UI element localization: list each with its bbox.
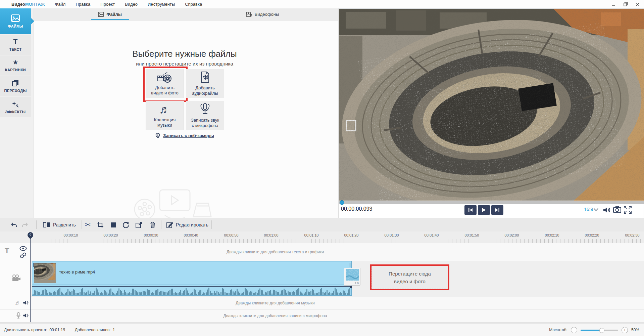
record-webcam-link[interactable]: Записать с веб-камеры <box>155 133 214 138</box>
menu-project[interactable]: Проект <box>100 2 115 7</box>
menu-bar: ВидеоМОНТАЖ Файл Правка Проект Видео Инс… <box>0 0 644 9</box>
timeline-tracks: T Дважды кликните для добавления текста … <box>0 243 644 324</box>
seek-handle[interactable] <box>340 200 344 205</box>
button-label: Добавить видео и фото <box>151 85 178 96</box>
minimize-button[interactable] <box>610 1 617 8</box>
statusbar-divider <box>70 327 70 333</box>
sidebar-item-label: ФАЙЛЫ <box>8 24 23 28</box>
add-audio-button[interactable]: Добавить аудиофайлы <box>186 69 224 98</box>
clip-thumbnail <box>34 263 56 283</box>
seek-bar[interactable] <box>339 201 644 204</box>
close-button[interactable] <box>634 1 641 8</box>
music-track[interactable]: ♬ Дважды кликните для добавления музыки <box>0 297 644 309</box>
clip-audio-waveform[interactable] <box>32 285 352 296</box>
ruler-label: 00:01:10 <box>304 233 319 237</box>
panel-title: Выберите нужные файлы <box>132 49 237 59</box>
zoom-slider-handle[interactable] <box>599 328 604 333</box>
menu-video[interactable]: Видео <box>125 2 138 7</box>
sidebar-item-label: КАРТИНКИ <box>5 68 26 72</box>
mic-track[interactable]: Дважды кликните для добавления записи с … <box>0 309 644 323</box>
menu-edit[interactable]: Правка <box>76 2 90 7</box>
button-label: Коллекция музыки <box>154 117 176 128</box>
waveform-graph <box>33 287 351 295</box>
chevron-down-icon <box>594 206 598 211</box>
image-icon <box>11 14 20 22</box>
fullscreen-button[interactable] <box>624 206 632 214</box>
ruler-label: 00:00:30 <box>144 233 158 237</box>
music-volume-icon[interactable] <box>22 300 29 306</box>
music-collection-button[interactable]: ♬ Коллекция музыки <box>146 101 184 130</box>
undo-button[interactable] <box>10 218 17 232</box>
video-track-icon <box>11 275 21 281</box>
crop-button[interactable] <box>97 218 104 232</box>
zoom-slider[interactable] <box>581 327 618 333</box>
zoom-label: Масштаб: <box>549 328 567 332</box>
visibility-eye-icon[interactable] <box>19 246 27 251</box>
sidebar-item-effects[interactable]: ЭФФЕКТЫ <box>0 97 31 117</box>
picture-in-picture-button[interactable] <box>136 218 143 232</box>
zoom-control: Масштаб: − + 50% <box>549 327 639 333</box>
mic-volume-icon[interactable] <box>22 312 29 319</box>
tab-files[interactable]: Файлы <box>34 8 186 20</box>
panel-tab-bar: Файлы Видеофоны <box>34 8 338 20</box>
sidebar-item-text[interactable]: T ТЕКСТ <box>0 35 31 55</box>
aspect-ratio-select[interactable]: 16:9 <box>584 207 598 212</box>
add-video-photo-button[interactable]: Добавить видео и фото <box>146 69 184 98</box>
sidebar-item-files[interactable]: ФАЙЛЫ <box>0 8 31 34</box>
add-video-icon <box>157 72 172 83</box>
speed-badge[interactable]: 2.0 <box>344 268 360 286</box>
ruler-label: 00:01:30 <box>385 233 399 237</box>
redo-button[interactable] <box>21 218 29 232</box>
delete-button[interactable] <box>150 218 156 232</box>
link-icon[interactable] <box>20 252 27 258</box>
edit-clip-button[interactable]: Редактировать <box>166 218 208 232</box>
previous-frame-button[interactable] <box>464 205 477 215</box>
ruler-label: 00:00:40 <box>184 233 198 237</box>
sidebar-item-pictures[interactable]: ★ КАРТИНКИ <box>0 55 31 76</box>
button-label: Добавить аудиофайлы <box>192 85 218 96</box>
drop-zone-video[interactable]: Перетащите сюда видео и фото <box>370 264 449 290</box>
scissors-icon: ✂ <box>85 221 91 229</box>
mute-button[interactable] <box>602 206 611 214</box>
music-collection-icon: ♬ <box>159 103 170 115</box>
menu-tools[interactable]: Инструменты <box>148 2 175 7</box>
zoom-out-button[interactable]: − <box>571 327 577 333</box>
timeline-ruler[interactable]: 00:00:10 00:00:20 00:00:30 00:00:40 00:0… <box>0 232 644 243</box>
app-logo: ВидеоМОНТАЖ <box>11 2 45 7</box>
frame-button[interactable] <box>110 218 116 232</box>
clips-count-label: Добавлено клипов: <box>75 328 111 332</box>
video-preview <box>339 9 644 201</box>
effects-icon <box>12 101 19 108</box>
menu-help[interactable]: Справка <box>185 2 202 7</box>
preview-timecode: 00:00:00.093 <box>341 206 372 212</box>
ruler-label: 00:02:00 <box>505 233 519 237</box>
play-button[interactable] <box>478 205 490 215</box>
ruler-label: 00:02:30 <box>625 233 640 237</box>
transitions-icon <box>12 80 19 86</box>
mic-track-header <box>0 309 31 322</box>
rotate-button[interactable] <box>122 218 129 232</box>
sidebar-item-transitions[interactable]: ПЕРЕХОДЫ <box>0 76 31 96</box>
playhead-marker[interactable]: 0 <box>28 232 33 240</box>
clip-separator-line <box>32 286 351 287</box>
snapshot-button[interactable] <box>613 206 621 213</box>
record-mic-button[interactable]: Записать звук с микрофона <box>186 101 224 130</box>
clip-filename: техно в риме.mp4 <box>59 269 95 275</box>
split-button[interactable]: Разделить <box>43 218 76 232</box>
restore-button[interactable] <box>622 1 629 8</box>
music-track-icon: ♬ <box>15 299 21 306</box>
files-panel: Файлы Видеофоны Выберите нужные файлы ил… <box>34 8 338 218</box>
cut-button[interactable]: ✂ <box>85 218 91 232</box>
music-track-header: ♬ <box>0 297 31 309</box>
text-track[interactable]: T Дважды кликните для добавления текста … <box>0 243 644 261</box>
clip-right-handle[interactable] <box>348 263 350 267</box>
zoom-in-button[interactable]: + <box>622 327 628 333</box>
ruler-label: 00:00:50 <box>224 233 239 237</box>
menu-file[interactable]: Файл <box>55 2 65 7</box>
drop-zone-dashed-border <box>371 266 448 289</box>
ruler-label: 00:02:10 <box>545 233 559 237</box>
project-duration-value: 00:01:19 <box>49 328 65 332</box>
tab-videobackgrounds[interactable]: Видеофоны <box>186 8 338 20</box>
video-clip[interactable]: техно в риме.mp4 <box>32 261 352 285</box>
next-frame-button[interactable] <box>491 205 503 215</box>
